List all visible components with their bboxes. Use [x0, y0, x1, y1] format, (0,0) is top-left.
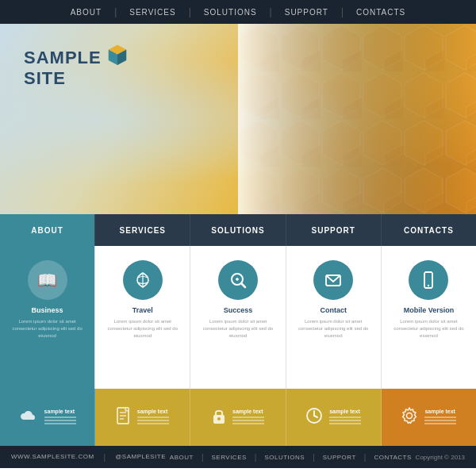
bottom-lines-3 [329, 416, 361, 426]
logo-text: SAMPLE SITE [24, 48, 102, 90]
section-nav-support[interactable]: SUPPORT [286, 214, 382, 246]
top-nav-services[interactable]: SERVICES [117, 8, 188, 17]
section-nav-contacts[interactable]: CONTACTS [382, 214, 476, 246]
content-col-3: Contact Lorem ipsum dolor sit amet conse… [286, 246, 382, 389]
gear-icon [401, 407, 418, 428]
bottom-col-3: sample text [286, 389, 382, 446]
svg-point-27 [407, 413, 413, 418]
footer: WWW.SAMPLESITE.COM | @SAMPLESITE ABOUT |… [0, 446, 476, 468]
footer-nav: ABOUT | SERVICES | SOLUTIONS | SUPPORT |… [170, 453, 412, 462]
top-nav-about[interactable]: ABOUT [58, 8, 114, 17]
bottom-label-4: sample text [424, 409, 456, 414]
col-title-0: Business [32, 306, 63, 314]
clock-icon [305, 407, 323, 428]
logo: SAMPLE SITE [24, 48, 102, 90]
top-navigation: ABOUT | SERVICES | SOLUTIONS | SUPPORT |… [0, 0, 476, 24]
col-text-4: Lorem ipsum dolor sit amet consectetur a… [388, 318, 470, 340]
top-nav-solutions[interactable]: SOLUTIONS [191, 8, 270, 17]
icon-business: 📖 [28, 260, 67, 300]
bottom-lines-0 [44, 416, 76, 426]
icon-contact [313, 260, 353, 300]
logo-cube-icon [106, 44, 129, 67]
footer-sep4: | [313, 453, 315, 462]
bottom-lines-2 [232, 416, 264, 426]
footer-social-link[interactable]: @SAMPLESITE [115, 453, 166, 462]
svg-rect-3 [238, 24, 476, 214]
bottom-lines-4 [424, 416, 456, 426]
footer-contacts[interactable]: CONTACTS [374, 454, 411, 461]
section-navigation: ABOUT SERVICES SOLUTIONS SUPPORT CONTACT… [0, 214, 476, 246]
col-title-4: Mobile Version [404, 306, 455, 314]
bottom-lines-1 [137, 416, 169, 426]
bottom-label-3: sample text [329, 409, 361, 414]
top-nav-support[interactable]: SUPPORT [272, 8, 341, 17]
bottom-col-1: sample text [95, 389, 190, 446]
bottom-col-4: sample text [382, 389, 476, 446]
bottom-label-2: sample text [232, 409, 264, 414]
content-col-4: Mobile Version Lorem ipsum dolor sit ame… [382, 246, 476, 389]
col-text-2: Lorem ipsum dolor sit amet consectetur a… [197, 318, 278, 340]
bottom-label-1: sample text [137, 409, 169, 414]
content-col-1: Travel Lorem ipsum dolor sit amet consec… [95, 246, 190, 389]
footer-site-link[interactable]: WWW.SAMPLESITE.COM [11, 453, 94, 462]
footer-solutions[interactable]: SOLUTIONS [264, 454, 305, 461]
section-nav-services[interactable]: SERVICES [95, 214, 190, 246]
lock-icon [212, 407, 226, 428]
bottom-row: sample text sample text [0, 389, 476, 446]
bottom-text-2: sample text [232, 409, 264, 426]
footer-sep2: | [202, 453, 204, 462]
col-text-0: Lorem ipsum dolor sit amet consectetur a… [6, 318, 88, 340]
footer-sep5: | [364, 453, 367, 462]
bottom-label-0: sample text [44, 409, 76, 414]
main-content: 📖 Business Lorem ipsum dolor sit amet co… [0, 246, 476, 389]
top-nav-contacts[interactable]: CONTACTS [344, 8, 418, 17]
col-text-1: Lorem ipsum dolor sit amet consectetur a… [102, 318, 183, 340]
svg-point-23 [217, 417, 221, 420]
footer-sep1: | [104, 453, 106, 462]
footer-services[interactable]: SERVICES [212, 454, 247, 461]
icon-success [218, 260, 258, 300]
document-icon [117, 407, 131, 428]
content-col-0: 📖 Business Lorem ipsum dolor sit amet co… [0, 246, 95, 389]
logo-line1: SAMPLE [24, 48, 102, 68]
bottom-col-2: sample text [190, 389, 286, 446]
bottom-text-0: sample text [44, 409, 76, 426]
footer-support[interactable]: SUPPORT [323, 454, 356, 461]
section-nav-about[interactable]: ABOUT [0, 214, 95, 246]
bottom-text-4: sample text [424, 409, 456, 426]
footer-about[interactable]: ABOUT [170, 454, 194, 461]
svg-line-26 [314, 416, 317, 417]
hero-section: SAMPLE SITE [0, 24, 476, 214]
footer-copyright: Copyright © 2013 [416, 454, 465, 461]
col-title-2: Success [224, 306, 253, 314]
col-text-3: Lorem ipsum dolor sit amet consectetur a… [293, 318, 374, 340]
col-title-1: Travel [132, 306, 153, 314]
bottom-col-0: sample text [0, 389, 95, 446]
bottom-text-1: sample text [137, 409, 169, 426]
footer-left: WWW.SAMPLESITE.COM | @SAMPLESITE [11, 453, 166, 462]
content-col-2: Success Lorem ipsum dolor sit amet conse… [190, 246, 286, 389]
icon-mobile [409, 260, 448, 300]
svg-line-10 [241, 283, 245, 287]
col-title-3: Contact [320, 306, 347, 314]
footer-sep3: | [255, 453, 257, 462]
svg-point-15 [428, 285, 429, 286]
bottom-text-3: sample text [329, 409, 361, 426]
section-nav-solutions[interactable]: SOLUTIONS [190, 214, 286, 246]
icon-travel [123, 260, 163, 300]
hero-hexagon-pattern [238, 24, 476, 214]
logo-line2: SITE [24, 68, 102, 89]
cloud-icon [19, 409, 38, 427]
